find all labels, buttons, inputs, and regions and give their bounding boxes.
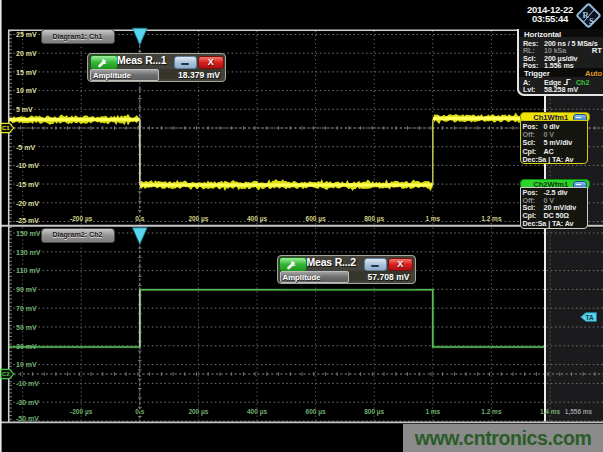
svg-text:C2: C2 xyxy=(2,371,10,377)
svg-text:TA: TA xyxy=(586,314,594,321)
svg-text:S: S xyxy=(589,16,594,26)
svg-text:C1: C1 xyxy=(2,125,10,131)
